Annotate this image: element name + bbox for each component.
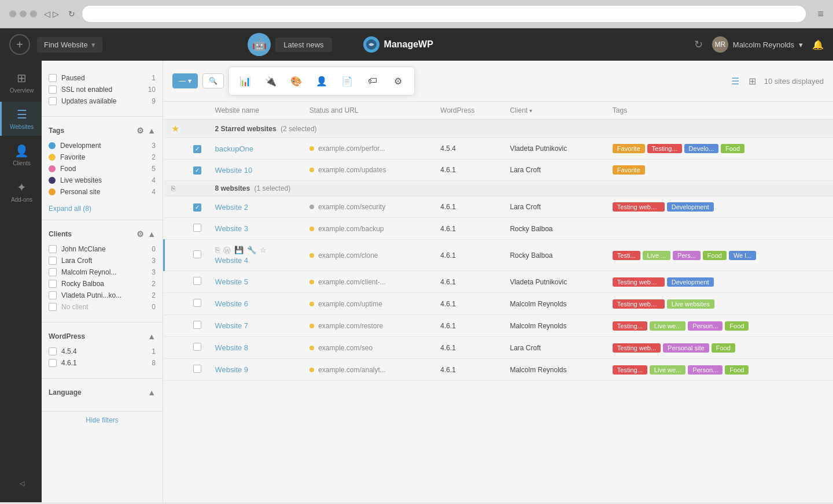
filter-client-rocky[interactable]: Rocky Balboa 2 <box>49 278 156 290</box>
site-checkbox[interactable] <box>193 250 201 258</box>
tag-badge[interactable]: Person... <box>688 321 723 331</box>
site-name-link[interactable]: Website 9 <box>215 365 249 374</box>
filter-tag-live-websites[interactable]: Live websites 4 <box>49 175 156 186</box>
pages-action-button[interactable]: 📄 <box>338 72 356 90</box>
tag-badge[interactable]: Testing web... <box>613 343 661 353</box>
tag-badge[interactable]: Development <box>667 202 714 212</box>
site-check-col[interactable] <box>186 218 208 240</box>
filter-wp-461[interactable]: 4.6.1 8 <box>49 357 156 369</box>
add-site-button[interactable]: + <box>9 34 30 55</box>
tag-badge[interactable]: Testing... <box>613 321 647 331</box>
tag-badge[interactable]: Testing... <box>613 365 647 375</box>
site-name-link[interactable]: Website 2 <box>215 203 249 212</box>
tag-badge[interactable]: Testing websites <box>613 299 665 309</box>
grid-view-button[interactable]: ⊞ <box>745 73 760 89</box>
site-action-backup[interactable]: 💾 <box>234 246 244 256</box>
tag-badge[interactable]: Testing websites <box>613 202 665 212</box>
site-checkbox[interactable] <box>193 277 201 285</box>
tag-badge[interactable]: Testing... <box>647 144 682 153</box>
action-dropdown-button[interactable]: — ▾ <box>172 73 198 88</box>
site-checkbox[interactable]: ✓ <box>193 145 201 153</box>
browser-back[interactable]: ◁ <box>44 9 50 18</box>
site-name-link[interactable]: Website 8 <box>215 343 249 352</box>
tags-settings-icon[interactable]: ⚙ <box>137 126 144 135</box>
clients-collapse-icon[interactable]: ▲ <box>148 229 156 239</box>
tag-badge[interactable]: Develo... <box>684 144 718 153</box>
site-name-link[interactable]: Website 10 <box>215 166 253 175</box>
filter-updates[interactable]: Updates available 9 <box>49 95 156 107</box>
themes-action-button[interactable]: 🎨 <box>287 72 305 90</box>
tags-collapse-icon[interactable]: ▲ <box>148 126 156 135</box>
tag-badge[interactable]: Live ... <box>643 251 670 260</box>
tag-badge[interactable]: Favorite <box>613 165 645 175</box>
plugins-action-button[interactable]: 🔌 <box>261 72 280 90</box>
site-action-tools[interactable]: 🔧 <box>247 246 256 256</box>
browser-nav[interactable]: ◁ ▷ <box>44 9 59 18</box>
site-check-col[interactable] <box>186 359 208 381</box>
hide-filters-button[interactable]: Hide filters <box>42 411 163 429</box>
site-check-col[interactable] <box>186 315 208 337</box>
site-checkbox[interactable]: ✓ <box>193 203 201 212</box>
tag-badge[interactable]: Development <box>667 277 714 287</box>
vladeta-checkbox[interactable] <box>49 291 57 299</box>
updates-action-button[interactable]: 📊 <box>236 72 255 90</box>
browser-addressbar[interactable] <box>82 6 806 22</box>
refresh-button[interactable]: ↻ <box>694 38 703 51</box>
filter-client-malcolm[interactable]: Malcolm Reynol... 3 <box>49 266 156 278</box>
site-checkbox[interactable] <box>193 365 201 373</box>
john-checkbox[interactable] <box>49 245 57 253</box>
user-dropdown[interactable]: MR Malcolm Reynolds ▾ <box>712 36 803 53</box>
browser-menu-icon[interactable]: ≡ <box>817 8 824 20</box>
site-checkbox[interactable]: ✓ <box>193 166 201 175</box>
users-action-button[interactable]: 👤 <box>312 72 331 90</box>
wp454-checkbox[interactable] <box>49 347 57 355</box>
tag-badge[interactable]: Food <box>721 144 744 153</box>
filter-tag-personal[interactable]: Personal site 4 <box>49 186 156 198</box>
site-check-col[interactable] <box>186 293 208 315</box>
sidebar-item-websites[interactable]: ☰ Websites <box>0 102 42 136</box>
th-client[interactable]: Client <box>503 102 605 120</box>
site-name-link[interactable]: Website 4 <box>215 256 249 265</box>
site-check-col[interactable] <box>186 240 208 271</box>
site-check-col[interactable]: ✓ <box>186 138 208 160</box>
wp461-checkbox[interactable] <box>49 359 57 367</box>
filter-client-vladeta[interactable]: Vladeta Putni...ko... 2 <box>49 290 156 301</box>
tag-badge[interactable]: Personal site <box>663 343 709 353</box>
sidebar-item-hide-filters[interactable]: ◁ <box>13 474 29 493</box>
filter-ssl[interactable]: SSL not enabled 10 <box>49 84 156 95</box>
find-website-dropdown[interactable]: Find Website ▾ <box>37 37 102 53</box>
tag-badge[interactable]: Live we... <box>650 365 685 375</box>
site-name-link[interactable]: Website 3 <box>215 224 249 233</box>
site-action-star[interactable]: ☆ <box>260 246 267 256</box>
site-check-col[interactable] <box>186 271 208 293</box>
notification-bell-button[interactable]: 🔔 <box>812 39 824 50</box>
malcolm-checkbox[interactable] <box>49 268 57 276</box>
ssl-checkbox[interactable] <box>49 86 57 94</box>
paused-checkbox[interactable] <box>49 74 57 82</box>
tag-badge[interactable]: We l... <box>729 251 756 260</box>
browser-refresh[interactable]: ↻ <box>68 9 75 18</box>
tag-badge[interactable]: Live websites <box>667 299 714 309</box>
filter-client-none[interactable]: No client 0 <box>49 301 156 313</box>
filter-paused[interactable]: Paused 1 <box>49 72 156 84</box>
list-view-button[interactable]: ☰ <box>728 73 743 89</box>
filter-client-lara[interactable]: Lara Croft 3 <box>49 255 156 266</box>
filter-tag-food[interactable]: Food 5 <box>49 163 156 175</box>
site-check-col[interactable]: ✓ <box>186 197 208 218</box>
tag-badge[interactable]: Food <box>725 321 749 331</box>
site-action-wp[interactable]: Ⓦ <box>223 246 231 256</box>
tag-badge[interactable]: Favorite <box>613 144 645 153</box>
updates-checkbox[interactable] <box>49 97 57 105</box>
tag-badge[interactable]: Testi... <box>613 251 640 260</box>
site-checkbox[interactable] <box>193 299 201 307</box>
clients-settings-icon[interactable]: ⚙ <box>137 229 144 239</box>
tags-action-button[interactable]: 🏷 <box>363 72 382 90</box>
sidebar-item-overview[interactable]: ⊞ Overview <box>0 65 42 99</box>
lara-checkbox[interactable] <box>49 257 57 265</box>
tag-badge[interactable]: Pers... <box>673 251 701 260</box>
wordpress-collapse-icon[interactable]: ▲ <box>148 332 156 341</box>
tag-badge[interactable]: Testing websites <box>613 277 665 287</box>
search-button[interactable]: 🔍 <box>202 73 224 88</box>
sidebar-item-clients[interactable]: 👤 Clients <box>0 138 42 172</box>
filter-client-john[interactable]: John McClane 0 <box>49 243 156 255</box>
